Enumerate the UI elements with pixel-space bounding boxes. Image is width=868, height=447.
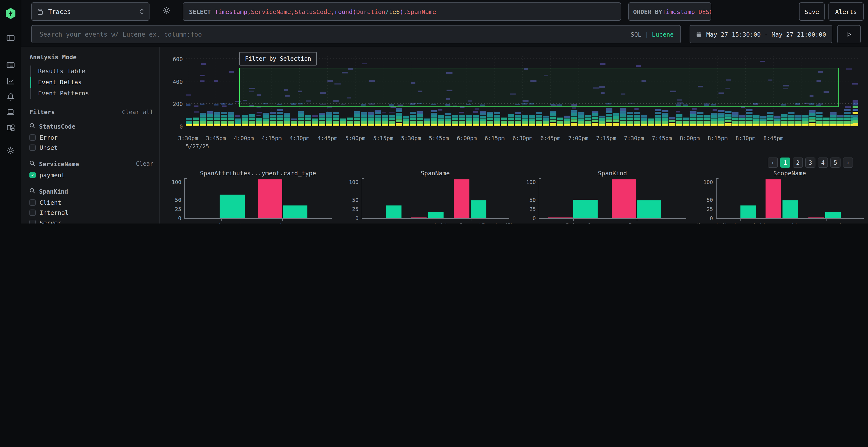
pagination-prev-button[interactable]: ‹ [768, 158, 778, 168]
mini-chart-title: SpanAttributes...yment.card_type [184, 170, 332, 177]
mini-chart-scope-name: ScopeName10050250@hyperdx/instrumentatio… [695, 170, 864, 224]
mini-chart-span-name: SpanName10050250grpc.oteldemo.PaymentSer… [341, 170, 510, 224]
date-range-value: May 27 15:30:00 - May 27 21:00:00 [706, 31, 826, 38]
analysis-mode-title: Analysis Mode [29, 54, 153, 61]
search-input[interactable] [38, 30, 630, 38]
query-token: Duration [356, 8, 385, 15]
heatmap-x-tick-label: 4:30pm [289, 135, 310, 142]
heatmap-x-tick-label: 6:30pm [513, 135, 533, 142]
chart-icon[interactable] [6, 76, 15, 85]
pagination-page-2[interactable]: 2 [793, 158, 803, 168]
language-lucene-toggle[interactable]: Lucene [652, 31, 674, 38]
filter-group-name: StatusCode [39, 123, 75, 130]
query-token: , [403, 8, 407, 15]
filter-by-selection-button[interactable]: Filter by Selection [239, 52, 317, 66]
filter-option[interactable]: Error [29, 133, 153, 143]
pagination-page-5[interactable]: 5 [830, 158, 840, 168]
heatmap-x-tick-label: 7:15pm [596, 135, 616, 142]
order-by-keyword: ORDER BY [633, 8, 662, 15]
mini-chart-y-tick-label: 25 [518, 206, 536, 212]
select-query-editor[interactable]: SELECT Timestamp,ServiceName,StatusCode,… [183, 2, 621, 21]
query-token: ServiceName [251, 8, 291, 15]
heatmap-x-tick-label: 6:00pm [457, 135, 477, 142]
heatmap-y-tick-label: 400 [163, 78, 183, 85]
mini-chart-x-tick-label: Internal [566, 222, 591, 224]
heatmap-x-axis: 3:30pm3:45pm4:00pm4:15pm4:30pm4:45pm5:00… [186, 135, 858, 142]
filter-option[interactable]: Unset [29, 143, 153, 153]
mini-chart-card-type: SpanAttributes...yment.card_type10050250… [164, 170, 333, 224]
order-by-editor[interactable]: ORDER BY Timestamp DESC [628, 2, 711, 21]
filter-option[interactable]: Internal [29, 208, 153, 218]
heatmap-date-label: 5/27/25 [186, 143, 209, 150]
filter-option-label: Unset [39, 144, 58, 151]
checkbox[interactable] [29, 220, 36, 224]
source-select[interactable]: Traces [31, 2, 150, 21]
mini-chart-x-tick-label: @hyperdx/instrumentation-exception [695, 222, 804, 224]
query-token: 1e6 [389, 8, 400, 15]
settings-gear-icon[interactable] [6, 146, 15, 155]
mini-chart-x-tick-label: grpc.oteldemo.PaymentService/Charge [415, 222, 527, 224]
query-token: ) [400, 8, 403, 15]
select-query-tokens: Timestamp,ServiceName,StatusCode,round(D… [215, 8, 436, 15]
filter-group-name: SpanKind [39, 187, 68, 195]
checkbox[interactable] [29, 209, 36, 216]
query-token: Timestamp [215, 8, 247, 15]
filters-title: Filters [29, 108, 55, 115]
filter-option[interactable]: Client [29, 198, 153, 208]
pagination-page-4[interactable]: 4 [818, 158, 828, 168]
filter-group-name: ServiceName [39, 160, 79, 167]
analysis-mode-item-event-patterns[interactable]: Event Patterns [31, 88, 153, 99]
mini-chart-canvas-span-name [362, 178, 509, 221]
mini-chart-canvas-scope-name [716, 178, 863, 221]
alerts-button[interactable]: Alerts [829, 2, 864, 21]
alerts-button-label: Alerts [835, 8, 857, 15]
clear-all-filters-link[interactable]: Clear all [122, 109, 153, 115]
save-button-label: Save [805, 8, 819, 15]
analysis-mode-item-label: Event Deltas [38, 78, 82, 86]
heatmap-y-tick-label: 200 [163, 101, 183, 107]
alerts-bell-icon[interactable] [6, 92, 15, 101]
pagination-page-1[interactable]: 1 [780, 158, 790, 168]
pagination-next-button[interactable]: › [843, 158, 853, 168]
filter-option-label: payment [39, 171, 65, 179]
heatmap-x-tick-label: 3:45pm [206, 135, 226, 142]
dashboards-icon[interactable] [6, 123, 15, 132]
checkbox[interactable] [29, 144, 36, 151]
checkbox[interactable] [29, 134, 36, 141]
mini-chart-y-tick-label: 100 [341, 179, 359, 185]
date-range-picker[interactable]: May 27 15:30:00 - May 27 21:00:00 [689, 25, 832, 43]
filter-option-label: Internal [39, 209, 68, 216]
source-settings-gear-icon[interactable] [162, 6, 171, 16]
query-token: , [247, 8, 251, 15]
event-stream-icon[interactable] [6, 61, 15, 70]
mini-chart-y-tick-label: 25 [164, 206, 181, 212]
filter-option[interactable]: Server [29, 218, 153, 224]
panel-toggle-icon[interactable] [6, 33, 15, 43]
select-chevrons-icon [140, 8, 144, 15]
analysis-mode-item-label: Results Table [38, 67, 85, 75]
heatmap-selection-rect[interactable] [239, 68, 839, 107]
analysis-mode-item-results-table[interactable]: Results Table [31, 66, 153, 77]
filter-option[interactable]: ✓payment [29, 170, 153, 180]
query-token: SpanName [407, 8, 436, 15]
checkbox[interactable]: ✓ [29, 172, 36, 178]
mini-chart-canvas-span-kind [539, 178, 686, 221]
filter-group-spankind: SpanKindClientInternalServer [29, 186, 153, 224]
mini-chart-x-tick-label: visa [276, 222, 289, 224]
heatmap-x-tick-label: 6:15pm [485, 135, 505, 142]
mini-charts-grid: SpanAttributes...yment.card_type10050250… [164, 170, 864, 224]
mini-chart-y-tick-label: 0 [695, 215, 713, 221]
analysis-mode-list: Results TableEvent DeltasEvent Patterns [30, 66, 153, 99]
checkbox[interactable] [29, 199, 36, 206]
run-query-button[interactable] [837, 25, 861, 43]
pagination-page-3[interactable]: 3 [805, 158, 815, 168]
sessions-icon[interactable] [6, 108, 15, 117]
logo-icon[interactable] [4, 7, 17, 20]
clear-filter-link[interactable]: Clear [136, 161, 153, 167]
language-divider: | [645, 31, 649, 38]
mini-chart-y-tick-label: 100 [164, 179, 181, 185]
save-button[interactable]: Save [799, 2, 825, 21]
analysis-mode-item-event-deltas[interactable]: Event Deltas [30, 77, 153, 88]
language-sql-toggle[interactable]: SQL [630, 31, 641, 38]
mini-chart-y-tick-label: 0 [518, 215, 536, 221]
